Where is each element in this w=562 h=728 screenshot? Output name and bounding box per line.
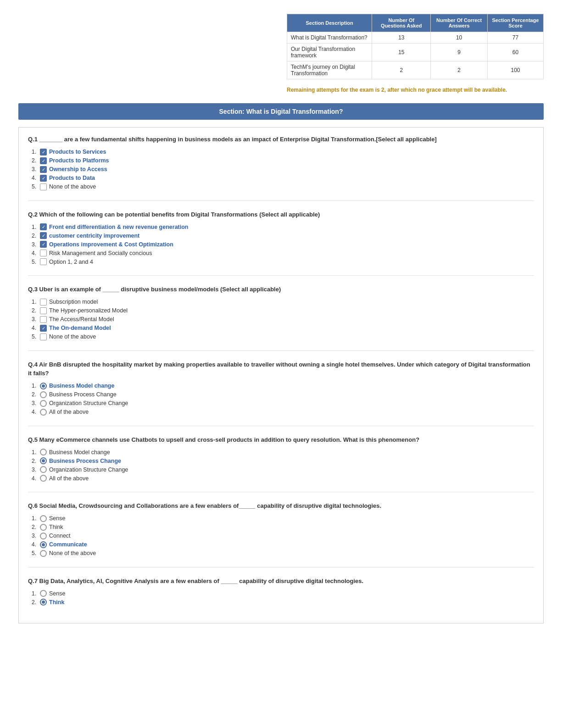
- radio-selected-icon[interactable]: [40, 541, 47, 548]
- list-item[interactable]: 2.✓Products to Platforms: [32, 157, 534, 164]
- checkbox-checked[interactable]: ✓: [40, 157, 47, 164]
- options-list: 1.✓Products to Services2.✓Products to Pl…: [28, 149, 534, 190]
- checkbox-unchecked[interactable]: [40, 299, 47, 306]
- list-item[interactable]: 1.Sense: [32, 590, 534, 597]
- checkbox-checked-icon[interactable]: ✓: [40, 325, 47, 332]
- row-section: TechM's journey on Digital Transformatio…: [287, 61, 372, 79]
- radio-unselected[interactable]: [40, 409, 47, 416]
- radio-unselected-icon[interactable]: [40, 475, 47, 482]
- list-item[interactable]: 2.Think: [32, 524, 534, 531]
- radio-selected-icon[interactable]: [40, 599, 47, 606]
- list-item[interactable]: 3.✓Ownership to Access: [32, 166, 534, 173]
- radio-unselected-icon[interactable]: [40, 449, 47, 456]
- checkbox-checked[interactable]: ✓: [40, 175, 47, 182]
- list-item[interactable]: 1.Business Model change: [32, 383, 534, 389]
- radio-unselected-icon[interactable]: [40, 533, 47, 539]
- remaining-attempts: Remaining attempts for the exam is 2, af…: [287, 86, 544, 94]
- checkbox-unchecked[interactable]: [40, 307, 47, 314]
- radio-unselected[interactable]: [40, 449, 47, 456]
- radio-unselected-icon[interactable]: [40, 524, 47, 531]
- checkbox-checked[interactable]: ✓: [40, 166, 47, 173]
- checkbox-unchecked-icon[interactable]: [40, 316, 47, 323]
- list-item[interactable]: 3.✓Operations improvement & Cost Optimiz…: [32, 241, 534, 248]
- radio-unselected-icon[interactable]: [40, 515, 47, 522]
- list-item[interactable]: 2.The Hyper-personalized Model: [32, 307, 534, 314]
- checkbox-unchecked-icon[interactable]: [40, 258, 47, 265]
- list-item[interactable]: 1.Subscription model: [32, 299, 534, 306]
- list-item[interactable]: 3.The Access/Rental Model: [32, 316, 534, 323]
- list-item[interactable]: 3.Organization Structure Change: [32, 400, 534, 407]
- checkbox-checked-icon[interactable]: ✓: [40, 149, 47, 156]
- list-item[interactable]: 2.✓customer centricity improvement: [32, 232, 534, 239]
- checkbox-checked[interactable]: ✓: [40, 149, 47, 156]
- checkbox-checked[interactable]: ✓: [40, 232, 47, 239]
- list-item[interactable]: 1.✓Products to Services: [32, 149, 534, 156]
- radio-unselected-icon[interactable]: [40, 400, 47, 407]
- radio-unselected[interactable]: [40, 391, 47, 398]
- list-item[interactable]: 5.None of the above: [32, 333, 534, 340]
- option-label: Products to Data: [49, 175, 95, 181]
- radio-unselected[interactable]: [40, 466, 47, 473]
- checkbox-unchecked[interactable]: [40, 316, 47, 323]
- radio-unselected[interactable]: [40, 400, 47, 407]
- checkbox-checked-icon[interactable]: ✓: [40, 232, 47, 239]
- checkbox-checked[interactable]: ✓: [40, 325, 47, 332]
- radio-selected-icon[interactable]: [40, 457, 47, 464]
- radio-selected[interactable]: [40, 541, 47, 548]
- radio-selected[interactable]: [40, 457, 47, 464]
- list-item[interactable]: 3.Connect: [32, 533, 534, 539]
- checkbox-unchecked-icon[interactable]: [40, 307, 47, 314]
- option-label: Business Process Change: [49, 391, 117, 398]
- radio-selected-icon[interactable]: [40, 383, 47, 389]
- list-item[interactable]: 1.✓Front end differentiation & new reven…: [32, 223, 534, 230]
- checkbox-unchecked[interactable]: [40, 333, 47, 340]
- radio-unselected[interactable]: [40, 533, 47, 539]
- checkbox-unchecked-icon[interactable]: [40, 333, 47, 340]
- radio-unselected-icon[interactable]: [40, 550, 47, 557]
- checkbox-unchecked-icon[interactable]: [40, 250, 47, 256]
- checkbox-checked[interactable]: ✓: [40, 223, 47, 230]
- list-item[interactable]: 1.Business Model change: [32, 449, 534, 456]
- list-item[interactable]: 5.Option 1, 2 and 4: [32, 258, 534, 265]
- radio-selected[interactable]: [40, 599, 47, 606]
- list-item[interactable]: 1.Sense: [32, 515, 534, 522]
- checkbox-unchecked[interactable]: [40, 183, 47, 190]
- radio-unselected[interactable]: [40, 524, 47, 531]
- checkbox-unchecked-icon[interactable]: [40, 183, 47, 190]
- option-number: 5.: [32, 550, 40, 556]
- radio-selected[interactable]: [40, 383, 47, 389]
- checkbox-checked-icon[interactable]: ✓: [40, 166, 47, 173]
- radio-unselected[interactable]: [40, 590, 47, 597]
- list-item[interactable]: 2.Think: [32, 599, 534, 606]
- list-item[interactable]: 2.Business Process Change: [32, 457, 534, 464]
- checkbox-checked-icon[interactable]: ✓: [40, 157, 47, 164]
- radio-unselected-icon[interactable]: [40, 466, 47, 473]
- radio-unselected[interactable]: [40, 550, 47, 557]
- checkbox-unchecked[interactable]: [40, 250, 47, 256]
- option-number: 3.: [32, 166, 40, 172]
- list-item[interactable]: 5.None of the above: [32, 183, 534, 190]
- radio-unselected[interactable]: [40, 475, 47, 482]
- option-label: Subscription model: [49, 299, 98, 305]
- checkbox-checked[interactable]: ✓: [40, 241, 47, 248]
- list-item[interactable]: 4.All of the above: [32, 409, 534, 416]
- list-item[interactable]: 2.Business Process Change: [32, 391, 534, 398]
- list-item[interactable]: 4.✓The On-demand Model: [32, 325, 534, 332]
- checkbox-checked-icon[interactable]: ✓: [40, 175, 47, 182]
- checkbox-checked-icon[interactable]: ✓: [40, 223, 47, 230]
- checkbox-checked-icon[interactable]: ✓: [40, 241, 47, 248]
- row-questions: 2: [372, 61, 431, 79]
- list-item[interactable]: 4.Risk Management and Socially concious: [32, 250, 534, 256]
- checkbox-unchecked[interactable]: [40, 258, 47, 265]
- list-item[interactable]: 3.Organization Structure Change: [32, 466, 534, 473]
- radio-unselected-icon[interactable]: [40, 409, 47, 416]
- list-item[interactable]: 4.Communicate: [32, 541, 534, 548]
- radio-unselected-icon[interactable]: [40, 590, 47, 597]
- option-number: 4.: [32, 541, 40, 548]
- radio-unselected-icon[interactable]: [40, 391, 47, 398]
- list-item[interactable]: 4.✓Products to Data: [32, 175, 534, 182]
- list-item[interactable]: 4.All of the above: [32, 475, 534, 482]
- list-item[interactable]: 5.None of the above: [32, 550, 534, 557]
- radio-unselected[interactable]: [40, 515, 47, 522]
- checkbox-unchecked-icon[interactable]: [40, 299, 47, 306]
